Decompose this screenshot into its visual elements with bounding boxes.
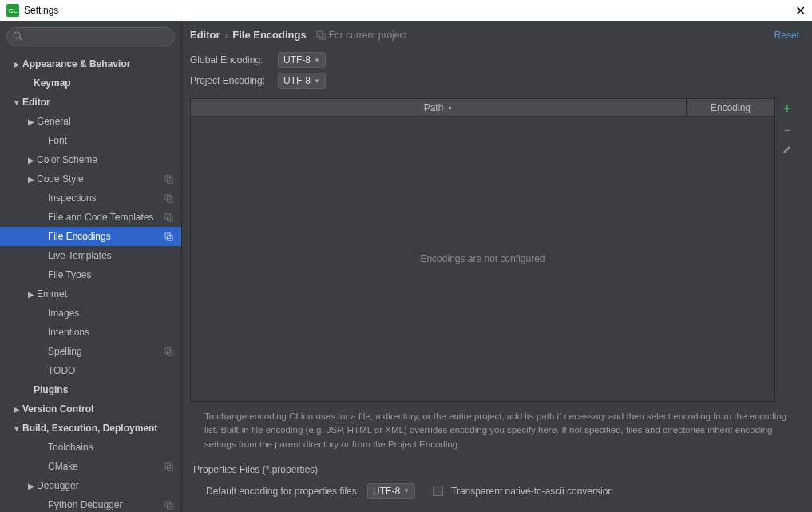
tree-item-font[interactable]: Font	[0, 131, 181, 150]
breadcrumb: Editor › File Encodings For current proj…	[190, 29, 407, 41]
encoding-column-header[interactable]: Encoding	[687, 99, 774, 116]
properties-encoding-dropdown[interactable]: UTF-8 ▼	[367, 483, 415, 499]
project-scope-icon	[164, 462, 173, 471]
chevron-right-icon: ▶	[26, 290, 37, 299]
tree-item-general[interactable]: ▶General	[0, 112, 181, 131]
app-icon: CL	[6, 4, 19, 17]
chevron-down-icon: ▼	[314, 77, 320, 85]
tree-item-editor[interactable]: ▼Editor	[0, 93, 181, 112]
transparent-checkbox[interactable]	[433, 486, 443, 496]
tree-item-label: Debugger	[37, 480, 176, 491]
properties-default-label: Default encoding for properties files:	[206, 486, 359, 497]
svg-line-1	[19, 38, 22, 40]
tree-item-label: Intentions	[48, 327, 176, 338]
tree-item-keymap[interactable]: Keymap	[0, 73, 181, 93]
tree-item-live-templates[interactable]: Live Templates	[0, 246, 181, 265]
tree-item-python-debugger[interactable]: Python Debugger	[0, 495, 181, 512]
edit-button[interactable]	[782, 145, 792, 154]
tree-item-file-encodings[interactable]: File Encodings	[0, 227, 181, 246]
project-scope-hint: For current project	[316, 30, 407, 41]
tree-item-version-control[interactable]: ▶Version Control	[0, 399, 181, 419]
tree-item-spelling[interactable]: Spelling	[0, 342, 181, 361]
chevron-down-icon: ▼	[314, 57, 320, 64]
chevron-right-icon: ▶	[26, 175, 37, 184]
tree-item-label: Inspections	[48, 192, 164, 204]
encodings-table: Path ▲ Encoding Encodings are not config…	[190, 98, 775, 402]
tree-item-label: General	[37, 116, 176, 127]
project-scope-icon	[164, 347, 173, 356]
search-input[interactable]	[6, 27, 175, 46]
help-text: To change encoding CLion uses for a file…	[190, 402, 799, 459]
tree-item-code-style[interactable]: ▶Code Style	[0, 169, 181, 189]
tree-item-label: CMake	[48, 461, 164, 472]
tree-item-label: Editor	[22, 97, 176, 108]
settings-sidebar: ▶Appearance & BehaviorKeymap▼Editor▶Gene…	[0, 21, 182, 512]
path-column-header[interactable]: Path ▲	[191, 99, 687, 116]
table-empty-message: Encodings are not configured	[191, 117, 774, 401]
tree-item-images[interactable]: Images	[0, 304, 181, 323]
tree-item-toolchains[interactable]: Toolchains	[0, 438, 181, 457]
pencil-icon	[782, 145, 792, 154]
tree-item-cmake[interactable]: CMake	[0, 457, 181, 476]
tree-item-label: Appearance & Behavior	[22, 58, 176, 69]
project-encoding-label: Project Encoding:	[190, 75, 278, 86]
tree-item-label: Emmet	[37, 288, 176, 300]
chevron-right-icon: ▶	[26, 156, 37, 165]
tree-item-color-scheme[interactable]: ▶Color Scheme	[0, 150, 181, 169]
add-button[interactable]: +	[783, 101, 790, 116]
tree-item-label: Images	[48, 308, 176, 319]
tree-item-label: Code Style	[37, 173, 164, 185]
tree-item-label: File Types	[48, 269, 176, 280]
sort-asc-icon: ▲	[446, 104, 453, 111]
chevron-right-icon: ▶	[26, 117, 37, 126]
settings-tree: ▶Appearance & BehaviorKeymap▼Editor▶Gene…	[0, 53, 181, 512]
tree-item-label: Live Templates	[48, 250, 176, 261]
tree-item-file-types[interactable]: File Types	[0, 265, 181, 284]
tree-item-label: File Encodings	[48, 231, 164, 242]
project-scope-icon	[164, 194, 173, 203]
reset-link[interactable]: Reset	[774, 30, 799, 41]
tree-item-label: TODO	[48, 365, 176, 376]
tree-item-label: Plugins	[34, 384, 176, 395]
chevron-right-icon: ▶	[11, 60, 22, 69]
remove-button[interactable]: −	[784, 124, 790, 137]
global-encoding-label: Global Encoding:	[190, 54, 278, 65]
tree-item-debugger[interactable]: ▶Debugger	[0, 476, 181, 495]
tree-item-intentions[interactable]: Intentions	[0, 323, 181, 342]
tree-item-label: Python Debugger	[48, 499, 164, 510]
search-icon	[13, 31, 22, 41]
project-scope-icon	[164, 175, 173, 184]
tree-item-inspections[interactable]: Inspections	[0, 189, 181, 208]
copy-icon	[316, 30, 326, 40]
tree-item-label: Keymap	[34, 77, 176, 89]
titlebar: CL Settings ✕	[0, 0, 812, 21]
project-scope-icon	[164, 232, 173, 241]
project-scope-icon	[164, 501, 173, 510]
tree-item-todo[interactable]: TODO	[0, 361, 181, 380]
chevron-down-icon: ▼	[11, 424, 22, 433]
tree-item-label: File and Code Templates	[48, 212, 164, 223]
close-icon[interactable]: ✕	[795, 3, 806, 18]
project-encoding-dropdown[interactable]: UTF-8 ▼	[278, 73, 326, 89]
tree-item-file-and-code-templates[interactable]: File and Code Templates	[0, 208, 181, 227]
breadcrumb-part: Editor	[190, 29, 220, 41]
tree-item-label: Color Scheme	[37, 154, 176, 165]
window-title: Settings	[24, 5, 58, 16]
global-encoding-dropdown[interactable]: UTF-8 ▼	[278, 52, 326, 68]
tree-item-plugins[interactable]: Plugins	[0, 380, 181, 399]
tree-item-appearance-behavior[interactable]: ▶Appearance & Behavior	[0, 54, 181, 73]
chevron-down-icon: ▼	[11, 98, 22, 107]
transparent-label: Transparent native-to-ascii conversion	[451, 486, 613, 497]
tree-item-label: Toolchains	[48, 442, 176, 453]
chevron-right-icon: ›	[225, 30, 228, 40]
chevron-down-icon: ▼	[403, 487, 410, 494]
tree-item-label: Build, Execution, Deployment	[22, 423, 176, 434]
tree-item-label: Spelling	[48, 346, 164, 357]
tree-item-label: Version Control	[22, 403, 176, 415]
tree-item-emmet[interactable]: ▶Emmet	[0, 284, 181, 304]
project-scope-icon	[164, 213, 173, 222]
breadcrumb-part: File Encodings	[232, 29, 306, 41]
tree-item-label: Font	[48, 135, 176, 146]
tree-item-build-execution-deployment[interactable]: ▼Build, Execution, Deployment	[0, 419, 181, 438]
properties-section-title: Properties Files (*.properties)	[193, 464, 796, 475]
